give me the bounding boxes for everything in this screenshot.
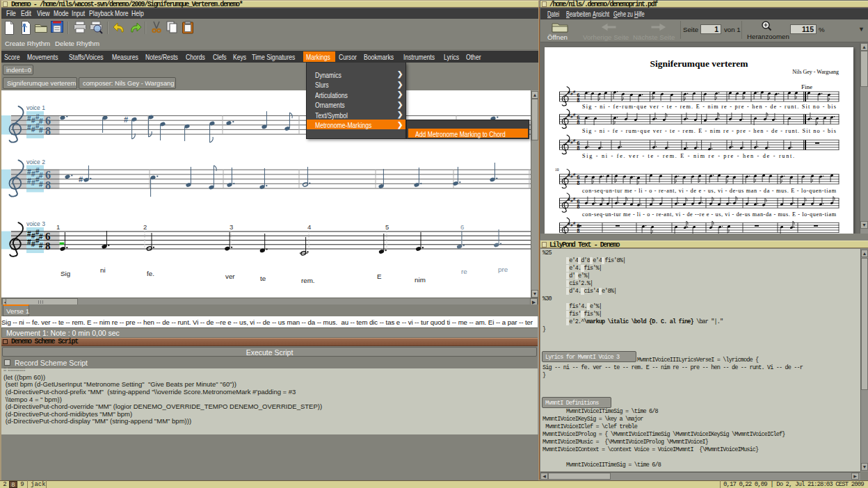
svg-text:8: 8 xyxy=(45,241,51,252)
svg-text:#: # xyxy=(573,113,576,117)
svg-text:8: 8 xyxy=(577,120,580,126)
svg-text:con-seq-un-tur me - li - o - r: con-seq-un-tur me - li - o - re-ant, vi … xyxy=(582,188,837,194)
svg-text:8: 8 xyxy=(577,97,580,104)
svg-text:#: # xyxy=(39,117,43,125)
svg-text:#: # xyxy=(39,242,43,250)
svg-text:ver: ver xyxy=(225,273,235,280)
svg-text:#: # xyxy=(79,175,83,184)
svg-text:#: # xyxy=(573,172,576,177)
svg-text:6: 6 xyxy=(460,223,464,231)
svg-text:te: te xyxy=(260,275,266,282)
svg-text:8: 8 xyxy=(45,179,51,191)
svg-text:Signiferumque verterem: Signiferumque verterem xyxy=(650,58,748,69)
svg-text:ni: ni xyxy=(100,266,106,274)
svg-text:#: # xyxy=(573,221,576,225)
svg-text:#: # xyxy=(39,181,43,188)
svg-text:nim: nim xyxy=(415,276,426,284)
svg-text:1: 1 xyxy=(56,223,60,231)
svg-text:2: 2 xyxy=(143,223,147,231)
svg-text:8: 8 xyxy=(577,228,580,234)
svg-text:pre: pre xyxy=(498,266,508,273)
svg-text:Fine: Fine xyxy=(801,83,812,90)
svg-text:#: # xyxy=(39,233,43,241)
svg-text:voice 1: voice 1 xyxy=(26,104,45,111)
svg-text:4: 4 xyxy=(307,223,311,231)
svg-text:Sig: Sig xyxy=(61,270,70,277)
svg-text:#: # xyxy=(124,115,128,124)
svg-text:E: E xyxy=(377,273,382,280)
svg-text:voice 2: voice 2 xyxy=(26,158,45,165)
svg-text:Sig - ni - fe.: Sig - ni - fe. ver - te - rem. E - nim r… xyxy=(582,153,794,159)
svg-text:#: # xyxy=(573,138,576,143)
svg-text:#: # xyxy=(573,90,576,94)
svg-text:5: 5 xyxy=(385,223,389,231)
svg-text:con-seq-un-tur me - li - o - r: con-seq-un-tur me - li - o - re-ant, vi … xyxy=(582,211,837,218)
svg-text:8: 8 xyxy=(577,180,580,186)
svg-text:re: re xyxy=(461,268,467,275)
svg-text:#: # xyxy=(39,172,43,179)
svg-text:rem.: rem. xyxy=(301,277,315,284)
svg-text:voice 3: voice 3 xyxy=(26,220,45,227)
svg-text:fe.: fe. xyxy=(147,270,154,277)
svg-text:3: 3 xyxy=(230,223,233,231)
svg-text:8: 8 xyxy=(577,204,580,210)
svg-text:8: 8 xyxy=(577,145,580,152)
svg-text:Sig - ni - fe-rum-que ver -: Sig - ni - fe-rum-que ver - te - rem. E … xyxy=(582,104,836,110)
svg-text:Nils Gey - Wargsang: Nils Gey - Wargsang xyxy=(792,69,839,75)
svg-text:10: 10 xyxy=(555,168,559,172)
svg-text:#: # xyxy=(573,197,576,201)
svg-text:#: # xyxy=(39,127,43,134)
svg-text:Sig - ni - fe - rum-: Sig - ni - fe - rum-que ver - te - rem. … xyxy=(582,128,836,134)
svg-text:8: 8 xyxy=(45,125,51,137)
